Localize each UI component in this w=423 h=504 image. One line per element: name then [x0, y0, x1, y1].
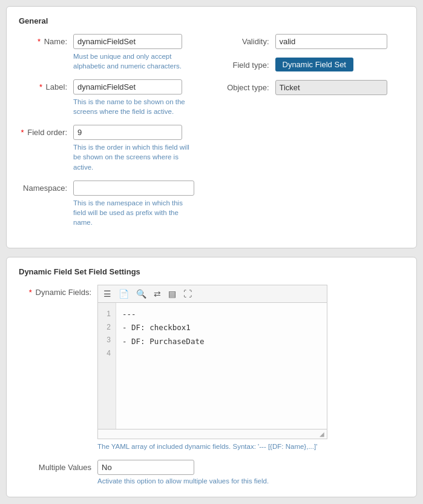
editor-area[interactable]: 1 2 3 4 --- - DF: checkbox1 - DF: Purcha… [97, 302, 327, 429]
editor-resize-handle[interactable]: ◢ [97, 429, 327, 439]
label-required-star: * [39, 82, 42, 91]
field-order-input[interactable] [73, 125, 182, 140]
validity-content [275, 34, 387, 49]
namespace-row: Namespace: This is the namespace in whic… [19, 181, 203, 227]
label-hint: This is the name to be shown on the scre… [73, 97, 194, 116]
name-content: Must be unique and only accept alphabeti… [73, 34, 203, 71]
line-numbers: 1 2 3 4 [98, 303, 116, 429]
dfs-section: Dynamic Field Set Field Settings * Dynam… [6, 257, 417, 497]
namespace-hint: This is the namespace in which this fiel… [73, 198, 194, 227]
expand-icon[interactable]: ⛶ [182, 288, 194, 300]
field-type-row: Field type: Dynamic Field Set [221, 58, 405, 71]
label-row: * Label: This is the name to be shown on… [19, 79, 203, 116]
object-type-content [275, 80, 387, 95]
file-icon[interactable]: 📄 [117, 288, 131, 300]
code-content[interactable]: --- - DF: checkbox1 - DF: PurchaseDate [116, 303, 327, 429]
label-label: * Label: [19, 79, 73, 91]
multiple-values-hint: Activate this option to allow multiple v… [97, 477, 404, 485]
editor-hint: The YAML array of included dynamic field… [97, 442, 327, 451]
name-input[interactable] [73, 34, 182, 49]
search-icon[interactable]: 🔍 [134, 288, 148, 300]
name-hint: Must be unique and only accept alphabeti… [73, 51, 194, 71]
object-type-label: Object type: [221, 80, 275, 92]
df-required-star: * [29, 288, 32, 297]
object-type-row: Object type: [221, 80, 405, 95]
field-type-button[interactable]: Dynamic Field Set [275, 58, 353, 71]
general-left-col: * Name: Must be unique and only accept a… [19, 34, 203, 236]
editor-wrapper: ☰ 📄 🔍 ⇄ ▤ ⛶ 1 2 3 4 --- - DF: checkbox1 … [97, 285, 327, 451]
namespace-label: Namespace: [19, 181, 73, 193]
general-right-col: Validity: Field type: Dynamic Field Set … [221, 34, 405, 236]
field-type-label: Field type: [221, 58, 275, 70]
field-order-hint: This is the order in which this field wi… [73, 142, 194, 171]
multiple-values-row: Multiple Values Activate this option to … [19, 460, 404, 485]
label-content: This is the name to be shown on the scre… [73, 79, 203, 116]
name-row: * Name: Must be unique and only accept a… [19, 34, 203, 71]
field-order-row: * Field order: This is the order in whic… [19, 125, 203, 171]
list-icon[interactable]: ☰ [102, 288, 113, 300]
general-section-title: General [19, 16, 404, 25]
validity-row: Validity: [221, 34, 405, 49]
format-icon[interactable]: ▤ [166, 288, 178, 300]
general-section: General * Name: Must be unique and only … [6, 6, 417, 248]
label-input[interactable] [73, 79, 182, 94]
dfs-section-title: Dynamic Field Set Field Settings [19, 267, 404, 276]
multiple-values-label: Multiple Values [19, 460, 97, 472]
refresh-icon[interactable]: ⇄ [152, 288, 163, 300]
dynamic-fields-row: * Dynamic Fields: ☰ 📄 🔍 ⇄ ▤ ⛶ 1 2 3 4 [19, 285, 404, 451]
editor-toolbar: ☰ 📄 🔍 ⇄ ▤ ⛶ [97, 285, 327, 302]
multiple-values-input[interactable] [97, 460, 194, 475]
name-label: * Name: [19, 34, 73, 46]
multiple-values-content: Activate this option to allow multiple v… [97, 460, 404, 485]
dynamic-fields-label: * Dynamic Fields: [19, 285, 97, 297]
field-order-required-star: * [21, 128, 24, 137]
object-type-input [275, 80, 387, 95]
namespace-input[interactable] [73, 181, 194, 196]
namespace-content: This is the namespace in which this fiel… [73, 181, 203, 227]
field-type-content: Dynamic Field Set [275, 58, 353, 71]
field-order-label: * Field order: [19, 125, 73, 137]
validity-label: Validity: [221, 34, 275, 46]
field-order-content: This is the order in which this field wi… [73, 125, 203, 171]
validity-input[interactable] [275, 34, 387, 49]
name-required-star: * [38, 37, 41, 46]
